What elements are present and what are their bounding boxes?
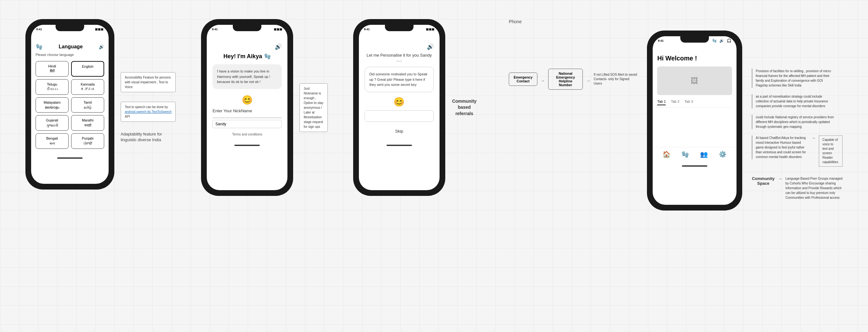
main-container: 9:41 ▣▣▣ 🧤 Language 🔊 Please choose lang… xyxy=(0,0,868,230)
phone4-speaker-icon: 🔊 xyxy=(719,38,724,43)
nickname-annotation: Just Nickname is enough , Option to stay… xyxy=(300,83,328,132)
capable-annotation: Capable of voice to text and screen Read… xyxy=(819,136,843,167)
phone3-content: 🔊 Let me Personalise it for you Sandy ..… xyxy=(359,34,439,141)
image-placeholder: 🖼 xyxy=(657,66,732,95)
adaptability-annotation: Adaptability feature for linguistic dive… xyxy=(121,131,176,143)
lang-btn-malayalam[interactable]: Malayalamമലയാളം xyxy=(36,97,69,113)
lang-btn-bengali[interactable]: Bengaliবাংলা xyxy=(36,133,69,149)
personalize-text: Let me Personalise it for you Sandy ....… xyxy=(365,53,434,62)
arrow-community: → xyxy=(778,176,782,181)
phone3-section: 9:41 ▣▣▣ 🔊 Let me Personalise it for you… xyxy=(353,19,477,196)
skip-button[interactable]: Skip xyxy=(365,126,434,136)
lang-btn-marathi[interactable]: Marathiमराठी xyxy=(71,115,104,131)
nickname-label: Enter Your NickName xyxy=(213,108,282,113)
home-indicator-2 xyxy=(235,145,260,146)
community-space-label: Community Space xyxy=(752,176,775,186)
terms-text[interactable]: Terms and conditions xyxy=(213,133,282,136)
nickname-underline xyxy=(213,115,282,118)
glove-icon: 🧤 xyxy=(36,43,42,50)
phone4-mockup: 9:41 🧤 🔊 🎧 Hi Welcome ! 🖼 T xyxy=(647,30,742,211)
nav-settings-icon[interactable]: ⚙️ xyxy=(719,150,727,158)
lang-btn-telugu[interactable]: Teluguతెలుగు xyxy=(36,79,69,95)
lang-btn-kannada[interactable]: Kannadaಕನ್ನಡ xyxy=(71,79,104,95)
arrow-right-2: → xyxy=(586,78,590,83)
national-helpline-box: National Emergency Helpline Number xyxy=(548,69,583,90)
lang-btn-punjabi[interactable]: Punjabiਪੰਜਾਬੀ xyxy=(71,133,104,149)
emergency-row: Emergency Contact → National Emergency H… xyxy=(509,69,638,90)
phone3-bottom xyxy=(359,141,439,150)
tab2[interactable]: Tab 2 xyxy=(671,100,679,105)
lang-btn-english[interactable]: English xyxy=(71,61,104,77)
community-space-text: Community Space xyxy=(752,176,775,186)
ai-chatbot-row: AI based ChatBot Aikya for tracking mood… xyxy=(752,136,843,167)
tab3[interactable]: Tab 3 xyxy=(684,100,693,105)
monetisation-annotation: as a part of monetisation strategy could… xyxy=(752,94,834,108)
phone2-speaker-icon: 🔊 xyxy=(213,43,282,50)
bottom-nav: 🏠 🧤 👥 ⚙️ xyxy=(653,147,737,161)
phone2-section: 9:41 ▣▣▣ 🔊 Hey! I'm Aikya 🧤 I have a vis… xyxy=(201,19,328,196)
community-referral-annotation: Community based referrals xyxy=(452,98,477,117)
ai-chatbot-annotation: AI based ChatBot Aikya for tracking mood… xyxy=(752,136,808,159)
nav-glove-icon[interactable]: 🧤 xyxy=(681,150,689,158)
phone3-inner: 9:41 ▣▣▣ 🔊 Let me Personalise it for you… xyxy=(359,25,439,190)
nav-people-icon[interactable]: 👥 xyxy=(700,150,708,158)
emergency-contact-box: Emergency Contact xyxy=(509,73,537,86)
phone1-header: 🧤 Language 🔊 xyxy=(36,43,104,50)
phone4-section: Phone Emergency Contact → National Emerg… xyxy=(509,19,843,211)
arrow-right-1: → xyxy=(540,78,545,83)
emoji-icon: 😊 xyxy=(213,95,282,105)
national-helpline-label: National Emergency Helpline Number xyxy=(556,72,575,87)
home-indicator-4 xyxy=(682,165,707,167)
phone2-bottom xyxy=(207,141,287,150)
phone3-emoji: 😊 xyxy=(365,97,434,107)
nav-home-icon[interactable]: 🏠 xyxy=(662,150,671,158)
speaker-icon: 🔊 xyxy=(99,44,104,49)
phone1-inner: 9:41 ▣▣▣ 🧤 Language 🔊 Please choose lang… xyxy=(31,25,108,184)
phone3-speaker-icon: 🔊 xyxy=(365,43,434,50)
lang-btn-hindi[interactable]: Hindiहिंदी xyxy=(36,61,69,77)
language-grid: Hindiहिंदी English Teluguతెలుగు Kannadaಕ… xyxy=(36,61,104,149)
phone2-notch xyxy=(233,25,261,31)
national-registry-annotation: could Include National registry of servi… xyxy=(752,115,834,129)
tab1[interactable]: Tab 1 xyxy=(657,100,666,105)
sos-alert-text: If not Lifted SOS Alert to saved Contact… xyxy=(594,73,638,86)
phone2-inner: 9:41 ▣▣▣ 🔊 Hey! I'm Aikya 🧤 I have a vis… xyxy=(207,25,287,190)
community-space-row: Community Space → Language Based Peer Gr… xyxy=(752,176,843,200)
phone4-content: Hi Welcome ! 🖼 Tab 1 Tab 2 Tab 3 xyxy=(653,45,737,115)
phone1-section: 9:41 ▣▣▣ 🧤 Language 🔊 Please choose lang… xyxy=(25,19,176,190)
welcome-text: Hi Welcome ! xyxy=(657,55,732,62)
provision-annotation: Provision of facilities for re-skilling … xyxy=(752,69,834,88)
nickname-annotation-text: Just Nickname is enough , Option to stay… xyxy=(304,86,323,129)
phone3-mockup: 9:41 ▣▣▣ 🔊 Let me Personalise it for you… xyxy=(353,19,445,196)
emergency-contact-label: Emergency Contact xyxy=(514,75,532,83)
phone4-layout: Emergency Contact → National Emergency H… xyxy=(509,30,843,211)
right-annotations: Provision of facilities for re-skilling … xyxy=(752,30,843,200)
home-indicator-3 xyxy=(386,145,412,146)
phone1-content: 🧤 Language 🔊 Please choose language Hind… xyxy=(31,34,108,153)
phone3-notch xyxy=(385,25,413,31)
community-space-desc: Language Based Peer Groups managed by Co… xyxy=(785,176,843,200)
phone4-glove-icon: 🧤 xyxy=(712,38,717,43)
phone1-title: Language xyxy=(59,44,83,50)
chat-greeting: Hey! I'm Aikya 🧤 xyxy=(213,53,282,60)
arrow-capable: → xyxy=(811,136,815,141)
lang-btn-tamil[interactable]: Tamilதமிழ் xyxy=(71,97,104,113)
image-icon: 🖼 xyxy=(691,76,699,85)
phone2-content: 🔊 Hey! I'm Aikya 🧤 I have a vision to ma… xyxy=(207,34,287,141)
tts-link[interactable]: android.speech.tts.TextToSpeech xyxy=(125,110,172,113)
text-input-area[interactable] xyxy=(365,110,434,122)
chat-glove-icon: 🧤 xyxy=(264,53,271,60)
greeting-text: Hey! I'm Aikya xyxy=(223,53,262,60)
tabs-row: Tab 1 Tab 2 Tab 3 xyxy=(657,100,732,108)
phone1-bottom xyxy=(31,153,108,163)
phone4-bottom xyxy=(653,161,737,171)
phone4-inner: 9:41 🧤 🔊 🎧 Hi Welcome ! 🖼 T xyxy=(653,36,737,205)
phone-label: Phone xyxy=(509,19,843,24)
accessibility-annotation: Accessibility Feature for persons with v… xyxy=(121,72,176,92)
phone2-mockup: 9:41 ▣▣▣ 🔊 Hey! I'm Aikya 🧤 I have a vis… xyxy=(201,19,293,196)
chat-box: Did someone motivated you to Speak up ? … xyxy=(365,67,434,92)
tts-annotation: Text to speech can be done by android.sp… xyxy=(121,102,176,122)
phone4-headphone-icon: 🎧 xyxy=(727,38,732,43)
lang-btn-gujarati[interactable]: Gujaratiગુજરાતી xyxy=(36,115,69,131)
nickname-value[interactable]: Sandy xyxy=(213,120,282,128)
